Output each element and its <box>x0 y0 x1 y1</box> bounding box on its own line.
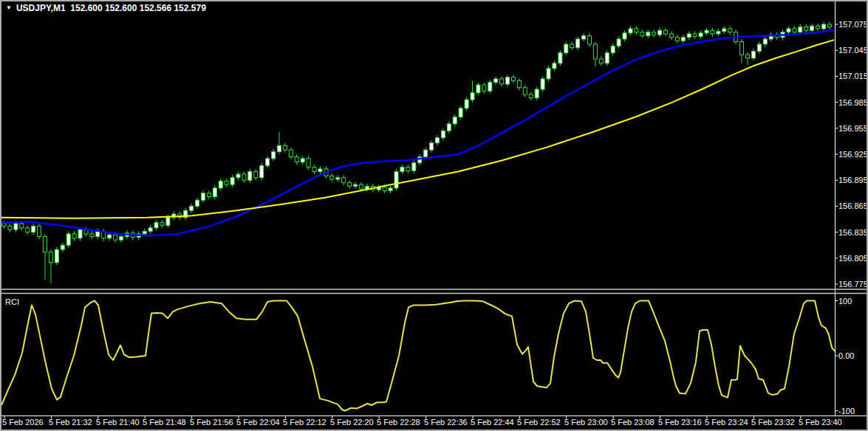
rci-panel-surface[interactable] <box>1 294 835 416</box>
chart-window: ▼USDJPY,M1 152.600 152.600 152.566 152.5… <box>0 0 868 431</box>
main-chart-surface[interactable] <box>1 1 835 289</box>
time-axis-surface[interactable] <box>1 416 867 430</box>
price-axis-surface[interactable] <box>835 1 867 416</box>
panel-splitter-handle[interactable] <box>1 289 867 294</box>
